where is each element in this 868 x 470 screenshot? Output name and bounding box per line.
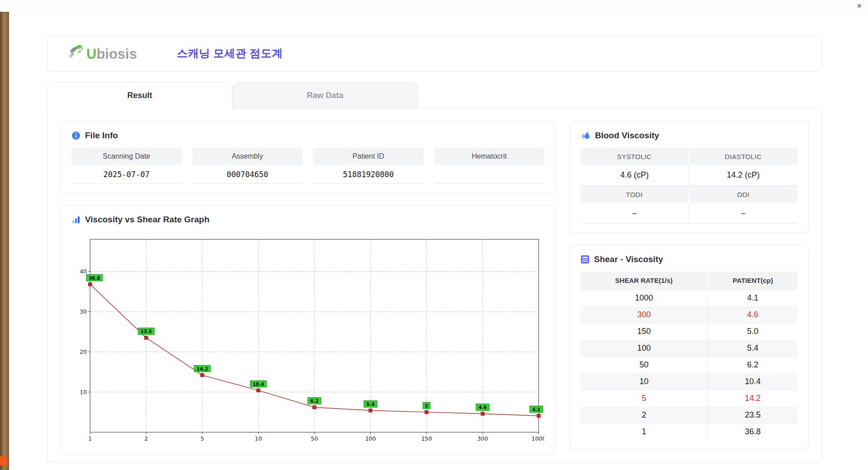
shear-rate-cell: 5 (580, 390, 708, 407)
patient-viscosity-cell: 14.2 (708, 390, 797, 407)
svg-text:300: 300 (477, 435, 488, 442)
patient-viscosity-cell: 5.4 (708, 340, 797, 357)
shear-viscosity-table: SHEAR RATE(1/s) PATIENT(cp) 10004.13004.… (580, 272, 797, 440)
assembly-label: Assembly (193, 148, 303, 165)
svg-text:150: 150 (421, 435, 432, 442)
shear-rate-cell: 1 (580, 423, 708, 440)
svg-text:2: 2 (144, 435, 148, 442)
svg-text:4.6: 4.6 (478, 404, 486, 410)
shear-rate-column-header: SHEAR RATE(1/s) (580, 272, 708, 290)
blood-viscosity-title: Blood Viscosity (595, 131, 659, 141)
svg-text:5.4: 5.4 (366, 401, 374, 407)
shear-rate-cell: 100 (580, 340, 708, 357)
bar-chart-icon (71, 215, 80, 224)
svg-text:30: 30 (80, 308, 87, 315)
svg-text:5: 5 (425, 403, 428, 409)
svg-text:40: 40 (80, 268, 87, 275)
shear-viscosity-title: Shear - Viscosity (594, 254, 663, 264)
svg-text:10: 10 (80, 389, 87, 395)
svg-text:10.4: 10.4 (253, 381, 264, 387)
graph-title: Viscosity vs Shear Rate Graph (85, 215, 209, 225)
window-titlebar: × (0, 0, 868, 12)
systolic-value: 4.6 (cP) (580, 165, 689, 186)
patient-id-label: Patient ID (313, 148, 424, 165)
patient-viscosity-cell: 10.4 (708, 373, 797, 390)
svg-text:36.8: 36.8 (89, 275, 100, 281)
diastolic-label: DIASTOLIC (689, 148, 797, 165)
table-row: 1505.0 (580, 323, 797, 340)
viscosity-chart: 102030401251050100150300100036.823.514.2… (72, 233, 544, 445)
table-row: 3004.6 (580, 306, 797, 323)
todi-label: TODI (580, 186, 689, 203)
table-row: 1005.4 (580, 340, 797, 357)
close-button[interactable]: × (857, 1, 862, 11)
svg-text:14.2: 14.2 (197, 366, 208, 371)
shear-table-body: 10004.13004.61505.01005.4506.21010.4514.… (580, 290, 797, 440)
table-row: 1010.4 (580, 373, 797, 390)
svg-text:20: 20 (80, 348, 87, 355)
graph-panel: Viscosity vs Shear Rate Graph 1020304012… (60, 205, 556, 455)
svg-text:100: 100 (365, 435, 376, 442)
shear-viscosity-panel: Shear - Viscosity SHEAR RATE(1/s) PATIEN… (569, 245, 809, 450)
desktop-edge-strip (0, 12, 9, 470)
svg-text:5: 5 (200, 435, 204, 442)
table-row: 136.8 (580, 423, 797, 440)
app-header: Ubiosis 스캐닝 모세관 점도계 (47, 35, 822, 71)
odi-value: – (689, 203, 797, 224)
table-row: 10004.1 (580, 290, 797, 306)
table-row: 506.2 (580, 357, 797, 373)
patient-id-value: 51881920800 (313, 165, 424, 184)
svg-text:10: 10 (255, 435, 262, 442)
assembly-value: 000704650 (193, 165, 303, 184)
shear-rate-cell: 150 (580, 323, 708, 340)
svg-text:1000: 1000 (532, 435, 544, 442)
shear-rate-cell: 300 (580, 306, 708, 323)
tab-raw-data[interactable]: Raw Data (232, 82, 418, 108)
svg-text:23.5: 23.5 (141, 329, 152, 334)
shear-rate-cell: 10 (580, 373, 708, 390)
scanning-date-value: 2025-07-07 (71, 165, 182, 184)
patient-viscosity-cell: 4.6 (708, 306, 797, 323)
shear-rate-cell: 1000 (580, 290, 708, 306)
result-content: File Info Scanning Date Assembly Patient… (47, 108, 822, 462)
table-row: 514.2 (580, 390, 797, 407)
patient-viscosity-cell: 23.5 (708, 407, 797, 423)
page-title: 스캐닝 모세관 점도계 (177, 46, 283, 61)
hematocrit-label: Hematocrit (434, 148, 545, 165)
info-icon (71, 131, 80, 140)
patient-viscosity-cell: 4.1 (708, 290, 797, 306)
taskbar-corner-chip (0, 456, 7, 465)
patient-viscosity-cell: 5.0 (708, 323, 797, 340)
hematocrit-value (434, 165, 545, 184)
svg-text:6.2: 6.2 (310, 398, 318, 404)
shear-rate-cell: 50 (580, 357, 708, 373)
tab-bar: Result Raw Data (47, 82, 822, 108)
shear-rate-cell: 2 (580, 407, 708, 423)
tab-result[interactable]: Result (47, 82, 232, 108)
calculator-icon (580, 255, 590, 264)
patient-viscosity-cell: 6.2 (708, 357, 797, 373)
systolic-label: SYSTOLIC (580, 148, 689, 165)
file-info-panel: File Info Scanning Date Assembly Patient… (60, 121, 556, 193)
blood-viscosity-panel: Blood Viscosity SYSTOLIC DIASTOLIC 4.6 (… (569, 121, 809, 233)
logo-rest: biosis (96, 46, 137, 62)
table-row: 223.5 (580, 407, 797, 423)
diastolic-value: 14.2 (cP) (689, 165, 797, 186)
odi-label: ODI (689, 186, 797, 203)
file-info-title: File Info (85, 131, 118, 141)
logo-letter-u: U (86, 46, 96, 62)
scanning-date-label: Scanning Date (71, 148, 182, 165)
todi-value: – (580, 203, 689, 224)
svg-text:50: 50 (311, 435, 318, 442)
svg-text:Ubiosis: Ubiosis (86, 46, 137, 62)
patient-viscosity-cell: 36.8 (708, 423, 797, 440)
svg-text:4.1: 4.1 (532, 407, 540, 412)
patient-column-header: PATIENT(cp) (708, 272, 797, 290)
app-window: Ubiosis 스캐닝 모세관 점도계 Result Raw Data (9, 12, 868, 470)
svg-text:1: 1 (88, 435, 92, 442)
ubiosis-logo: Ubiosis (67, 42, 153, 64)
blood-drops-icon (580, 131, 590, 141)
